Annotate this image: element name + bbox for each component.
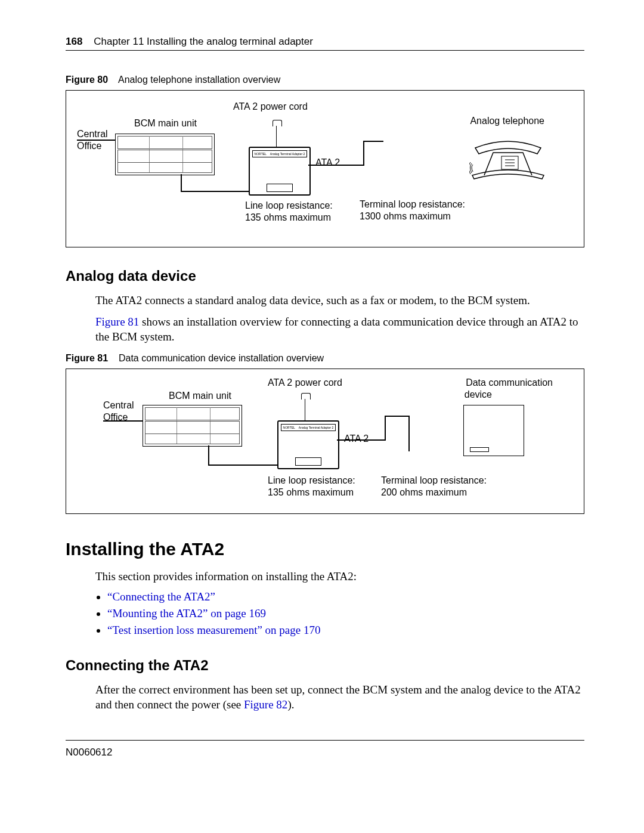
label-bcm-main-unit: BCM main unit [134, 118, 197, 129]
wire-ata-to-dev-1 [337, 439, 385, 441]
wire-bcm-down-81 [208, 445, 209, 465]
label-line-loop-2: 135 ohms maximum [245, 212, 331, 223]
figure-81-label: Figure 81 [66, 353, 108, 363]
heading-installing-ata2: Installing the ATA2 [66, 539, 584, 559]
figure-81-title: Data communication device installation o… [119, 353, 324, 363]
label-central-office-1: Central [77, 129, 108, 140]
label-central-office-2: Office [77, 141, 102, 151]
analog-telephone-icon [469, 141, 547, 176]
label-ata2: ATA 2 [315, 157, 340, 168]
power-cord-line [276, 126, 277, 147]
link-test-insertion-loss[interactable]: “Test insertion loss measurement” on pag… [107, 624, 320, 636]
central-office-line [77, 140, 115, 141]
figure-81: ATA 2 power cord BCM main unit Data comm… [66, 368, 584, 514]
figure-80-title: Analog telephone installation overview [118, 75, 280, 85]
running-header: 168 Chapter 11 Installing the analog ter… [66, 36, 584, 51]
label-line-loop-1: Line loop resistance: [245, 200, 333, 211]
label-terminal-loop-2-81: 200 ohms maximum [381, 487, 467, 498]
ata2-device-icon-81: NORTELAnalog Terminal Adapter 2 [277, 420, 339, 469]
list-item: “Connecting the ATA2” [107, 590, 584, 603]
figure-80-label: Figure 80 [66, 75, 108, 85]
ata2-device-icon: NORTELAnalog Terminal Adapter 2 [249, 147, 311, 196]
label-data-comm-2: device [465, 389, 492, 400]
link-figure-81[interactable]: Figure 81 [95, 315, 139, 328]
install-links-list: “Connecting the ATA2” “Mounting the ATA2… [107, 590, 584, 637]
label-terminal-loop-1-81: Terminal loop resistance: [381, 475, 487, 486]
label-data-comm-1: Data communication [466, 377, 553, 388]
heading-connecting-ata2: Connecting the ATA2 [66, 657, 584, 674]
wire-bcm-down [181, 174, 182, 191]
link-figure-82[interactable]: Figure 82 [244, 698, 287, 711]
link-mounting-ata2[interactable]: “Mounting the ATA2” on page 169 [107, 607, 266, 620]
label-line-loop-1-81: Line loop resistance: [268, 475, 355, 486]
running-footer: N0060612 [66, 740, 584, 758]
label-line-loop-2-81: 135 ohms maximum [268, 487, 354, 498]
label-ata2-power-cord: ATA 2 power cord [233, 101, 308, 112]
label-bcm-main-unit-81: BCM main unit [169, 391, 231, 401]
page-number: 168 [66, 36, 82, 47]
bcm-main-unit-icon [115, 134, 215, 175]
wire-ata-to-dev-2 [385, 416, 386, 441]
para-analog-2-tail: shows an installation overview for conne… [95, 315, 578, 343]
list-item: “Test insertion loss measurement” on pag… [107, 624, 584, 637]
label-ata2-81: ATA 2 [344, 433, 369, 444]
figure-80-caption: Figure 80 Analog telephone installation … [66, 75, 584, 85]
heading-analog-data-device: Analog data device [66, 268, 584, 284]
para-analog-1: The ATA2 connects a standard analog data… [95, 293, 584, 308]
para-analog-2: Figure 81 shows an installation overview… [95, 314, 584, 345]
list-item: “Mounting the ATA2” on page 169 [107, 607, 584, 620]
wire-ata-to-phone-2 [363, 141, 364, 166]
figure-81-caption: Figure 81 Data communication device inst… [66, 353, 584, 364]
document-number: N0060612 [66, 747, 112, 758]
page: 168 Chapter 11 Installing the analog ter… [0, 0, 644, 782]
figure-80: ATA 2 power cord BCM main unit Analog te… [66, 90, 584, 247]
wire-ata-to-dev-3 [385, 416, 408, 417]
central-office-line-81 [103, 420, 143, 422]
wire-ata-to-phone-1 [308, 165, 363, 166]
para-connecting-before: After the correct environment has been s… [95, 683, 581, 711]
power-plug-icon [273, 120, 282, 126]
label-ata2-power-cord-81: ATA 2 power cord [268, 377, 342, 388]
para-install-intro: This section provides information on ins… [95, 569, 584, 584]
label-terminal-loop-1: Terminal loop resistance: [360, 199, 465, 210]
power-cord-line-81 [305, 399, 305, 420]
para-connecting: After the correct environment has been s… [95, 682, 584, 713]
power-plug-icon-81 [301, 393, 311, 400]
label-terminal-loop-2: 1300 ohms maximum [360, 211, 451, 222]
link-connecting-ata2[interactable]: “Connecting the ATA2” [107, 590, 215, 603]
bcm-main-unit-icon-81 [143, 405, 242, 447]
label-central-office-1-81: Central [103, 400, 134, 411]
wire-ata-to-phone-3 [363, 141, 383, 142]
wire-ata-to-dev-4 [408, 416, 410, 451]
label-analog-telephone: Analog telephone [470, 116, 544, 126]
data-comm-device-icon [463, 405, 524, 456]
para-connecting-after: ). [287, 698, 294, 711]
chapter-title: Chapter 11 Installing the analog termina… [94, 36, 313, 47]
